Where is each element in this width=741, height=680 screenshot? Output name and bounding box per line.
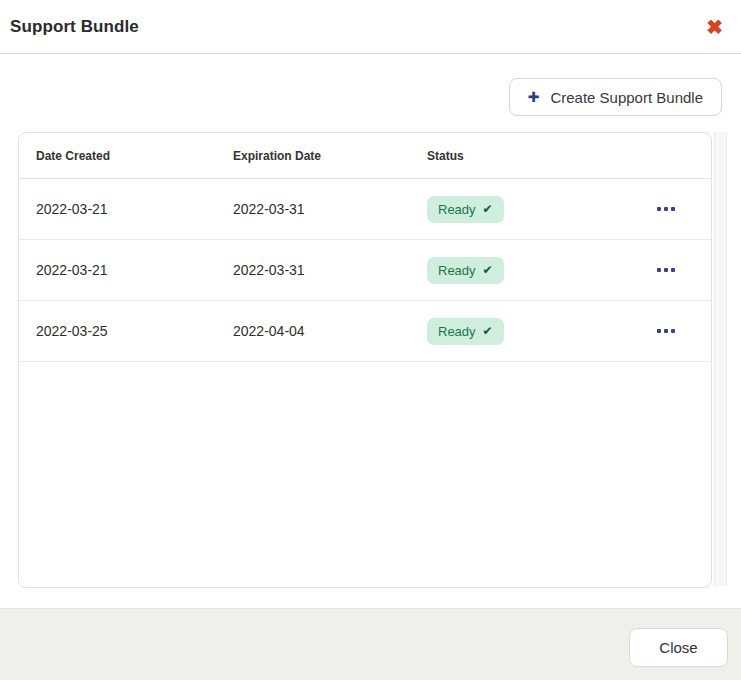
page-title: Support Bundle <box>10 17 139 37</box>
scrollbar-track[interactable] <box>714 132 727 586</box>
expiration-date-cell: 2022-03-31 <box>233 201 427 217</box>
check-icon: ✔ <box>483 203 493 215</box>
table-row: 2022-03-21 2022-03-31 Ready ✔ <box>19 240 711 301</box>
date-created-cell: 2022-03-21 <box>36 201 233 217</box>
ellipsis-icon <box>657 329 661 333</box>
date-created-cell: 2022-03-25 <box>36 323 233 339</box>
check-icon: ✔ <box>483 325 493 337</box>
expiration-date-cell: 2022-03-31 <box>233 262 427 278</box>
date-created-cell: 2022-03-21 <box>36 262 233 278</box>
row-actions-button[interactable] <box>653 199 679 219</box>
check-icon: ✔ <box>483 264 493 276</box>
create-support-bundle-button[interactable]: ✚ Create Support Bundle <box>509 78 722 116</box>
status-label: Ready <box>438 202 476 217</box>
row-actions-button[interactable] <box>653 260 679 280</box>
support-bundle-modal: Support Bundle ✖ ✚ Create Support Bundle… <box>0 0 741 680</box>
column-header-status: Status <box>427 149 631 163</box>
column-header-expiration-date: Expiration Date <box>233 149 427 163</box>
status-badge: Ready ✔ <box>427 318 504 345</box>
plus-icon: ✚ <box>528 90 540 104</box>
status-label: Ready <box>438 324 476 339</box>
status-label: Ready <box>438 263 476 278</box>
ellipsis-icon <box>657 268 661 272</box>
footer-close-button[interactable]: Close <box>629 628 728 667</box>
status-badge: Ready ✔ <box>427 257 504 284</box>
table-header-row: Date Created Expiration Date Status <box>19 133 711 179</box>
table-row: 2022-03-25 2022-04-04 Ready ✔ <box>19 301 711 362</box>
row-actions-button[interactable] <box>653 321 679 341</box>
modal-body: ✚ Create Support Bundle Date Created Exp… <box>0 54 741 608</box>
create-support-bundle-label: Create Support Bundle <box>550 89 703 106</box>
close-button[interactable]: ✖ <box>704 15 725 39</box>
table-row: 2022-03-21 2022-03-31 Ready ✔ <box>19 179 711 240</box>
ellipsis-icon <box>657 207 661 211</box>
support-bundle-table: Date Created Expiration Date Status 2022… <box>18 132 712 588</box>
close-icon: ✖ <box>706 16 723 38</box>
column-header-date-created: Date Created <box>36 149 233 163</box>
modal-footer: Close <box>0 608 741 680</box>
modal-header: Support Bundle ✖ <box>0 0 741 54</box>
status-badge: Ready ✔ <box>427 196 504 223</box>
expiration-date-cell: 2022-04-04 <box>233 323 427 339</box>
